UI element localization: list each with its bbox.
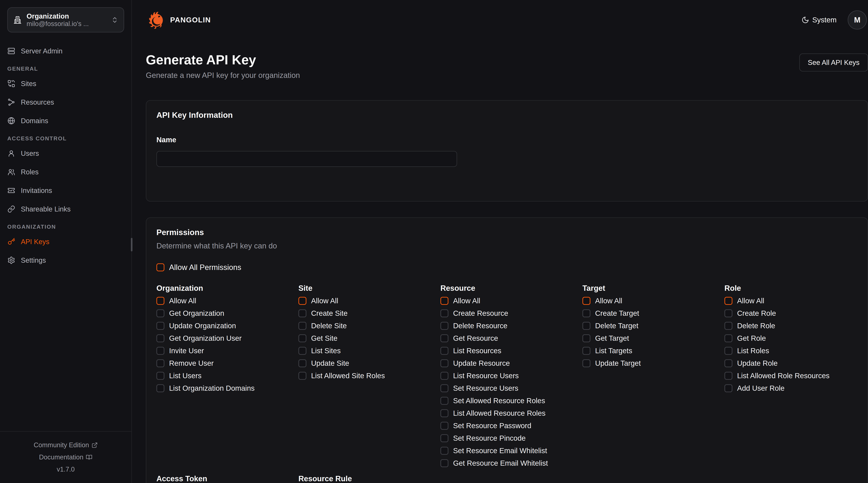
- permission-row-allow-all[interactable]: Allow All: [440, 295, 582, 307]
- permission-checkbox[interactable]: [156, 334, 164, 342]
- documentation-link[interactable]: Documentation: [3, 453, 128, 461]
- permission-row[interactable]: List Resource Users: [440, 369, 582, 382]
- permission-checkbox[interactable]: [299, 334, 306, 342]
- permission-checkbox[interactable]: [440, 422, 448, 430]
- permission-checkbox[interactable]: [724, 334, 733, 342]
- sidebar-item-domains[interactable]: Domains: [7, 114, 124, 127]
- permission-checkbox[interactable]: [440, 409, 448, 417]
- sidebar-item-users[interactable]: Users: [7, 147, 124, 160]
- permission-checkbox[interactable]: [724, 347, 733, 355]
- permission-row[interactable]: Get Organization: [156, 307, 299, 320]
- permission-row[interactable]: Set Resource Users: [440, 382, 582, 394]
- permission-checkbox[interactable]: [156, 347, 164, 355]
- permission-checkbox[interactable]: [582, 347, 590, 355]
- permission-row-allow-all[interactable]: Allow All: [299, 295, 440, 307]
- sidebar-item-resources[interactable]: Resources: [7, 96, 124, 109]
- permission-row[interactable]: List Targets: [582, 345, 724, 357]
- permission-row[interactable]: List Organization Domains: [156, 382, 299, 394]
- permission-row[interactable]: Get Role: [724, 332, 866, 345]
- permission-row[interactable]: Invite User: [156, 345, 299, 357]
- sidebar-item-server-admin[interactable]: Server Admin: [7, 44, 124, 58]
- sidebar-item-settings[interactable]: Settings: [7, 254, 124, 267]
- permission-checkbox[interactable]: [299, 309, 306, 317]
- sidebar-item-shareable-links[interactable]: Shareable Links: [7, 202, 124, 216]
- permission-row[interactable]: List Allowed Resource Roles: [440, 407, 582, 419]
- permission-checkbox[interactable]: [299, 372, 306, 380]
- permission-row[interactable]: Update Target: [582, 357, 724, 369]
- permission-checkbox[interactable]: [440, 359, 448, 367]
- permission-checkbox[interactable]: [724, 309, 733, 317]
- permission-checkbox[interactable]: [724, 372, 733, 380]
- permission-row[interactable]: Delete Role: [724, 320, 866, 332]
- permission-checkbox[interactable]: [440, 434, 448, 442]
- permission-checkbox[interactable]: [724, 322, 733, 330]
- permission-checkbox[interactable]: [299, 347, 306, 355]
- permission-row[interactable]: Delete Resource: [440, 320, 582, 332]
- permission-row[interactable]: Create Role: [724, 307, 866, 320]
- permission-row[interactable]: Get Resource Email Whitelist: [440, 457, 582, 470]
- allow-all-permissions-row[interactable]: Allow All Permissions: [156, 263, 858, 272]
- allow-all-checkbox[interactable]: [440, 297, 448, 305]
- permission-row-allow-all[interactable]: Allow All: [724, 295, 866, 307]
- permission-checkbox[interactable]: [440, 459, 448, 467]
- permission-checkbox[interactable]: [156, 372, 164, 380]
- permission-checkbox[interactable]: [582, 309, 590, 317]
- see-all-api-keys-button[interactable]: See All API Keys: [799, 54, 868, 71]
- permission-row[interactable]: Set Resource Email Whitelist: [440, 445, 582, 457]
- permission-row[interactable]: Get Resource: [440, 332, 582, 345]
- community-edition-link[interactable]: Community Edition: [3, 441, 128, 449]
- permission-checkbox[interactable]: [440, 372, 448, 380]
- sidebar-item-roles[interactable]: Roles: [7, 165, 124, 179]
- permission-row[interactable]: List Users: [156, 369, 299, 382]
- permission-row[interactable]: Get Site: [299, 332, 440, 345]
- allow-all-checkbox[interactable]: [156, 297, 164, 305]
- permission-row[interactable]: Create Target: [582, 307, 724, 320]
- permission-row[interactable]: Update Site: [299, 357, 440, 369]
- sidebar-item-sites[interactable]: Sites: [7, 77, 124, 90]
- sidebar-resize-handle[interactable]: [131, 238, 132, 251]
- permission-checkbox[interactable]: [156, 359, 164, 367]
- org-selector[interactable]: Organization milo@fossorial.io's ...: [7, 7, 124, 32]
- permission-row[interactable]: Delete Target: [582, 320, 724, 332]
- permission-row-allow-all[interactable]: Allow All: [156, 295, 299, 307]
- sidebar-item-invitations[interactable]: Invitations: [7, 184, 124, 197]
- permission-row[interactable]: Set Resource Password: [440, 419, 582, 432]
- permission-row[interactable]: List Allowed Role Resources: [724, 369, 866, 382]
- permission-row[interactable]: Get Target: [582, 332, 724, 345]
- theme-toggle[interactable]: System: [802, 16, 837, 24]
- permission-checkbox[interactable]: [299, 322, 306, 330]
- sidebar-item-api-keys[interactable]: API Keys: [7, 235, 124, 248]
- permission-row[interactable]: Update Resource: [440, 357, 582, 369]
- avatar[interactable]: M: [848, 10, 867, 30]
- permission-row-allow-all[interactable]: Allow All: [582, 295, 724, 307]
- permission-row[interactable]: Update Role: [724, 357, 866, 369]
- permission-row[interactable]: Create Resource: [440, 307, 582, 320]
- permission-row[interactable]: Set Resource Pincode: [440, 432, 582, 445]
- allow-all-checkbox[interactable]: [582, 297, 590, 305]
- permission-checkbox[interactable]: [724, 359, 733, 367]
- permission-checkbox[interactable]: [156, 384, 164, 392]
- permission-row[interactable]: Add User Role: [724, 382, 866, 394]
- permission-row[interactable]: Set Allowed Resource Roles: [440, 394, 582, 407]
- permission-checkbox[interactable]: [156, 309, 164, 317]
- permission-checkbox[interactable]: [582, 334, 590, 342]
- allow-all-checkbox[interactable]: [299, 297, 306, 305]
- permission-row[interactable]: List Roles: [724, 345, 866, 357]
- permission-row[interactable]: Delete Site: [299, 320, 440, 332]
- allow-all-checkbox[interactable]: [724, 297, 733, 305]
- permission-checkbox[interactable]: [724, 384, 733, 392]
- api-key-name-input[interactable]: [156, 151, 457, 167]
- permission-checkbox[interactable]: [440, 397, 448, 405]
- permission-checkbox[interactable]: [440, 309, 448, 317]
- permission-row[interactable]: Get Organization User: [156, 332, 299, 345]
- permission-checkbox[interactable]: [156, 322, 164, 330]
- permission-checkbox[interactable]: [299, 359, 306, 367]
- brand[interactable]: PANGOLIN: [148, 11, 211, 29]
- permission-row[interactable]: Remove User: [156, 357, 299, 369]
- permission-checkbox[interactable]: [440, 347, 448, 355]
- permission-row[interactable]: Create Site: [299, 307, 440, 320]
- permission-row[interactable]: List Resources: [440, 345, 582, 357]
- permission-row[interactable]: Update Organization: [156, 320, 299, 332]
- permission-row[interactable]: List Sites: [299, 345, 440, 357]
- permission-checkbox[interactable]: [440, 384, 448, 392]
